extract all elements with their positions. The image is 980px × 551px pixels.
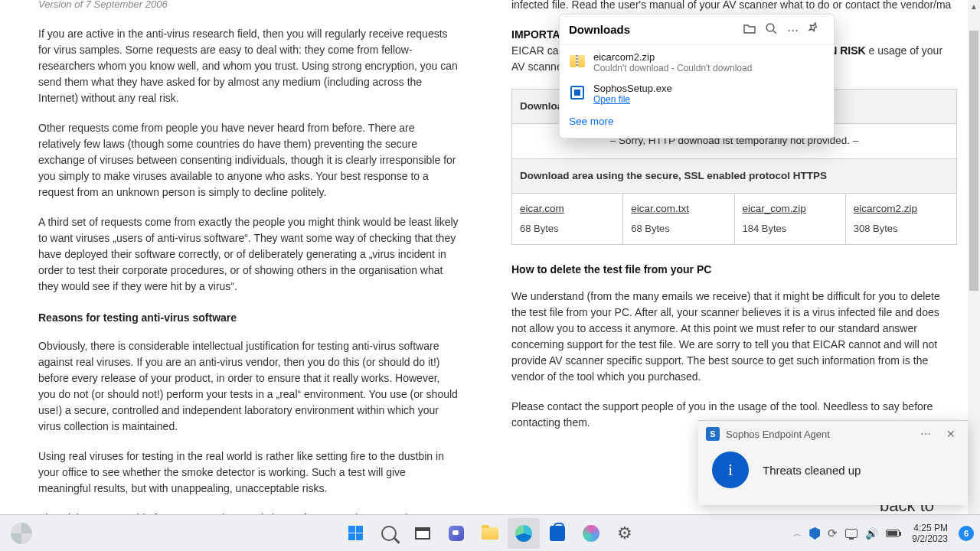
download-cell-eicar-com-zip[interactable]: eicar_com.zip 184 Bytes — [735, 194, 846, 245]
open-folder-icon[interactable] — [739, 23, 760, 36]
body-p5: Using real viruses for testing in the re… — [38, 448, 459, 497]
download-cell-eicar-com[interactable]: eicar.com 68 Bytes — [512, 194, 623, 245]
download-cell-eicarcom2-zip[interactable]: eicarcom2.zip 308 Bytes — [846, 194, 956, 245]
start-button[interactable] — [339, 518, 371, 549]
scroll-up-arrow[interactable]: ▲ — [968, 0, 980, 12]
toast-message: Threats cleaned up — [763, 464, 861, 477]
important-label: IMPORTA — [511, 28, 560, 41]
download-name-zip: eicarcom2.zip — [593, 51, 825, 63]
more-icon[interactable]: ⋯ — [782, 23, 803, 37]
https-header: Download area using the secure, SSL enab… — [512, 159, 956, 194]
taskbar-search-icon[interactable] — [373, 518, 405, 549]
info-icon: i — [712, 452, 749, 488]
sophos-notification: S Sophos Endpoint Agent ⋯ ✕ i Threats cl… — [698, 420, 968, 505]
settings-icon[interactable]: ⚙ — [609, 518, 641, 549]
version-text: Version of 7 September 2006 — [38, 0, 459, 12]
notification-badge[interactable]: 6 — [959, 526, 974, 541]
open-file-link[interactable]: Open file — [593, 94, 825, 105]
size-eicar-com-zip: 184 Bytes — [743, 223, 787, 234]
size-eicar-com-txt: 68 Bytes — [631, 223, 670, 234]
svg-line-1 — [773, 31, 776, 34]
clock-date: 9/2/2023 — [912, 533, 948, 544]
toast-more-icon[interactable]: ⋯ — [916, 428, 936, 440]
downloads-panel: Downloads ⋯ eicarcom2.zip Couldn't downl… — [559, 14, 835, 139]
taskbar-clock[interactable]: 4:25 PM 9/2/2023 — [912, 523, 948, 545]
link-eicar-com-txt[interactable]: eicar.com.txt — [631, 201, 726, 217]
toast-app-name: Sophos Endpoint Agent — [726, 429, 910, 440]
svg-point-0 — [766, 24, 774, 31]
page-scrollbar[interactable]: ▲ — [968, 0, 980, 514]
tray-chevron-icon[interactable]: ︿ — [793, 528, 802, 540]
downloads-title: Downloads — [569, 23, 739, 36]
search-downloads-icon[interactable] — [760, 22, 782, 37]
tray-battery-icon[interactable] — [886, 530, 900, 537]
download-cell-eicar-com-txt[interactable]: eicar.com.txt 68 Bytes — [623, 194, 734, 245]
download-item-zip[interactable]: eicarcom2.zip Couldn't download - Couldn… — [560, 45, 834, 77]
store-icon[interactable] — [541, 518, 573, 549]
body-p4: Obviously, there is considerable intelle… — [38, 338, 459, 435]
tray-sync-icon[interactable]: ⟳ — [828, 527, 838, 540]
exe-file-icon — [569, 84, 586, 101]
zip-file-icon — [569, 53, 586, 70]
infected-file-text: infected file. Read the user's manual of… — [511, 0, 957, 13]
task-view-icon[interactable] — [407, 518, 439, 549]
tray-display-icon[interactable] — [845, 529, 858, 538]
download-item-exe[interactable]: SophosSetup.exe Open file — [560, 77, 834, 108]
size-eicarcom2-zip: 308 Bytes — [854, 223, 898, 234]
chat-icon[interactable] — [440, 518, 472, 549]
download-name-exe: SophosSetup.exe — [593, 83, 825, 94]
file-explorer-icon[interactable] — [474, 518, 506, 549]
delete-heading: How to delete the test file from your PC — [511, 262, 957, 278]
scroll-thumb[interactable] — [969, 31, 978, 291]
clock-time: 4:25 PM — [912, 523, 948, 533]
see-more-link[interactable]: See more — [560, 108, 834, 138]
link-eicar-com-zip[interactable]: eicar_com.zip — [743, 201, 838, 217]
body-p1: If you are active in the anti-virus rese… — [38, 26, 459, 106]
delete-p1: We understand (from the many emails we r… — [511, 289, 957, 385]
copilot-icon[interactable] — [575, 518, 607, 549]
edge-icon[interactable] — [508, 518, 540, 549]
size-eicar-com: 68 Bytes — [520, 223, 559, 234]
link-eicarcom2-zip[interactable]: eicarcom2.zip — [854, 201, 949, 217]
sophos-shield-icon: S — [706, 427, 720, 441]
download-status-zip: Couldn't download - Couldn't download — [593, 63, 825, 73]
tray-sophos-icon[interactable] — [809, 527, 820, 540]
table-row: eicar.com 68 Bytes eicar.com.txt 68 Byte… — [512, 194, 956, 245]
taskbar: ⚙ ︿ ⟳ 🔊 4:25 PM 9/2/2023 6 — [0, 514, 980, 551]
toast-close-icon[interactable]: ✕ — [942, 428, 960, 440]
section-heading-reasons: Reasons for testing anti-virus software — [38, 310, 459, 326]
pin-icon[interactable] — [803, 22, 825, 37]
body-p2: Other requests come from people you have… — [38, 120, 459, 201]
body-p3: A third set of requests come from exactl… — [38, 214, 459, 295]
tray-speaker-icon[interactable]: 🔊 — [865, 527, 878, 540]
link-eicar-com[interactable]: eicar.com — [520, 201, 615, 217]
weather-widget-icon[interactable] — [11, 523, 32, 544]
